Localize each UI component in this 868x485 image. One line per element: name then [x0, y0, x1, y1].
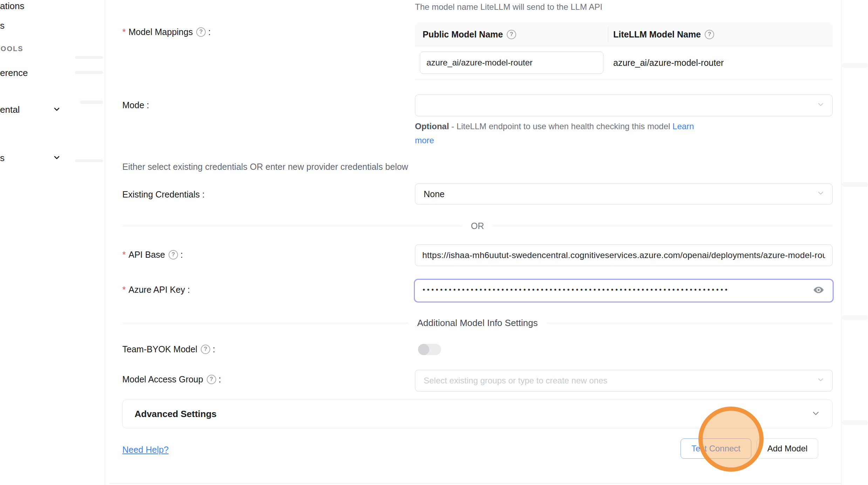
- litellm-model-name-helper: The model name LiteLLM will send to the …: [415, 2, 602, 12]
- label-colon: :: [208, 26, 211, 38]
- divider-line: [122, 226, 462, 226]
- skeleton-bar: [75, 56, 103, 59]
- divider-line: [547, 323, 833, 323]
- column-header-text: LiteLLM Model Name: [613, 29, 701, 40]
- label-colon: :: [213, 343, 215, 355]
- team-byok-toggle[interactable]: [418, 344, 441, 355]
- sidebar-item-ations[interactable]: ations: [0, 1, 24, 12]
- mode-label-text: Mode: [122, 99, 144, 111]
- mode-help-text: Optional - LiteLLM endpoint to use when …: [415, 119, 711, 147]
- or-divider: OR: [122, 221, 833, 231]
- mode-help-rest: - LiteLLM endpoint to use when health ch…: [449, 122, 672, 131]
- azure-api-key-label: * Azure API Key :: [122, 284, 190, 296]
- existing-credentials-label: Existing Credentials :: [122, 188, 205, 200]
- sidebar-item-s[interactable]: s: [0, 20, 5, 31]
- skeleton-bar: [842, 182, 868, 187]
- mode-help-bold: Optional: [415, 122, 449, 131]
- label-colon: :: [180, 249, 183, 261]
- chevron-down-icon: [817, 189, 825, 199]
- required-mark: *: [122, 284, 126, 296]
- additional-model-info-divider: Additional Model Info Settings: [122, 318, 833, 328]
- model-mappings-table-header: Public Model Name ? LiteLLM Model Name ?: [415, 22, 833, 46]
- chevron-down-icon[interactable]: [53, 105, 61, 113]
- card-right-border: [841, 0, 841, 485]
- help-icon[interactable]: ?: [201, 345, 210, 354]
- chevron-down-icon: [817, 101, 825, 111]
- add-model-form-page: ations s TOOLS erence ental s The model …: [0, 0, 868, 485]
- litellm-model-name-value: azure_ai/azure-model-router: [613, 46, 724, 79]
- mode-select[interactable]: [415, 95, 833, 116]
- card-bottom-border: [109, 483, 841, 484]
- label-colon: :: [147, 99, 149, 111]
- chevron-down-icon: [817, 376, 825, 386]
- divider-line: [493, 226, 833, 226]
- model-access-group-label-text: Model Access Group: [122, 373, 203, 385]
- skeleton-bar: [75, 71, 103, 74]
- sidebar-item-ental[interactable]: ental: [0, 104, 20, 115]
- required-mark: *: [122, 26, 126, 38]
- required-mark: *: [122, 249, 126, 261]
- help-icon[interactable]: ?: [207, 375, 216, 384]
- column-header-text: Public Model Name: [423, 29, 503, 40]
- masked-api-key-value: ••••••••••••••••••••••••••••••••••••••••…: [423, 286, 729, 293]
- api-base-label: * API Base ? :: [122, 249, 183, 261]
- existing-credentials-label-text: Existing Credentials: [122, 188, 200, 200]
- header-separator: [608, 27, 608, 42]
- existing-credentials-value: None: [424, 189, 445, 199]
- skeleton-bar: [842, 63, 868, 68]
- help-icon[interactable]: ?: [705, 30, 714, 39]
- model-mappings-label-text: Model Mappings: [129, 26, 193, 38]
- model-access-group-placeholder: Select existing groups or type to create…: [424, 376, 607, 386]
- model-access-group-label: Model Access Group ? :: [122, 373, 221, 385]
- model-mappings-label: * Model Mappings ? :: [122, 26, 211, 38]
- chevron-down-icon: [811, 409, 820, 419]
- skeleton-bar: [842, 420, 868, 425]
- label-colon: :: [187, 284, 190, 296]
- chevron-down-icon[interactable]: [53, 153, 61, 162]
- skeleton-bar: [75, 159, 103, 162]
- credentials-note: Either select existing credentials OR en…: [122, 162, 408, 172]
- sidebar: ations s TOOLS erence ental s: [0, 0, 105, 485]
- help-icon[interactable]: ?: [169, 250, 178, 259]
- api-base-input[interactable]: [415, 244, 833, 266]
- help-icon[interactable]: ?: [507, 30, 516, 39]
- team-byok-label-text: Team-BYOK Model: [122, 343, 197, 355]
- advanced-settings-label: Advanced Settings: [135, 409, 217, 420]
- toggle-knob: [418, 344, 429, 355]
- divider-line: [122, 323, 408, 323]
- api-base-label-text: API Base: [129, 249, 165, 261]
- eye-icon[interactable]: [813, 284, 824, 297]
- column-header-public-model-name: Public Model Name ?: [423, 22, 516, 46]
- advanced-settings-panel[interactable]: Advanced Settings: [122, 400, 833, 428]
- skeleton-bar: [842, 315, 868, 320]
- sidebar-item-erence[interactable]: erence: [0, 68, 28, 78]
- azure-api-key-label-text: Azure API Key: [129, 284, 185, 296]
- additional-model-info-title: Additional Model Info Settings: [417, 318, 538, 328]
- model-access-group-select[interactable]: Select existing groups or type to create…: [415, 370, 833, 392]
- public-model-name-input[interactable]: [420, 51, 603, 74]
- label-colon: :: [202, 188, 205, 200]
- column-header-litellm-model-name: LiteLLM Model Name ?: [613, 22, 714, 46]
- or-divider-text: OR: [471, 221, 484, 231]
- existing-credentials-select[interactable]: None: [415, 183, 833, 205]
- model-mappings-table: Public Model Name ? LiteLLM Model Name ?…: [415, 22, 833, 79]
- mode-label: Mode :: [122, 99, 149, 111]
- team-byok-label: Team-BYOK Model ? :: [122, 343, 215, 355]
- sidebar-item-s2[interactable]: s: [0, 153, 5, 164]
- label-colon: :: [219, 373, 221, 385]
- add-model-button[interactable]: Add Model: [757, 438, 818, 459]
- test-connect-button[interactable]: Test Connect: [681, 438, 751, 459]
- model-mappings-table-row: azure_ai/azure-model-router: [415, 46, 833, 79]
- skeleton-bar: [80, 101, 103, 104]
- azure-api-key-input[interactable]: ••••••••••••••••••••••••••••••••••••••••…: [414, 279, 834, 303]
- sidebar-section-tools: TOOLS: [0, 45, 23, 53]
- need-help-link[interactable]: Need Help?: [122, 445, 169, 455]
- help-icon[interactable]: ?: [196, 27, 206, 37]
